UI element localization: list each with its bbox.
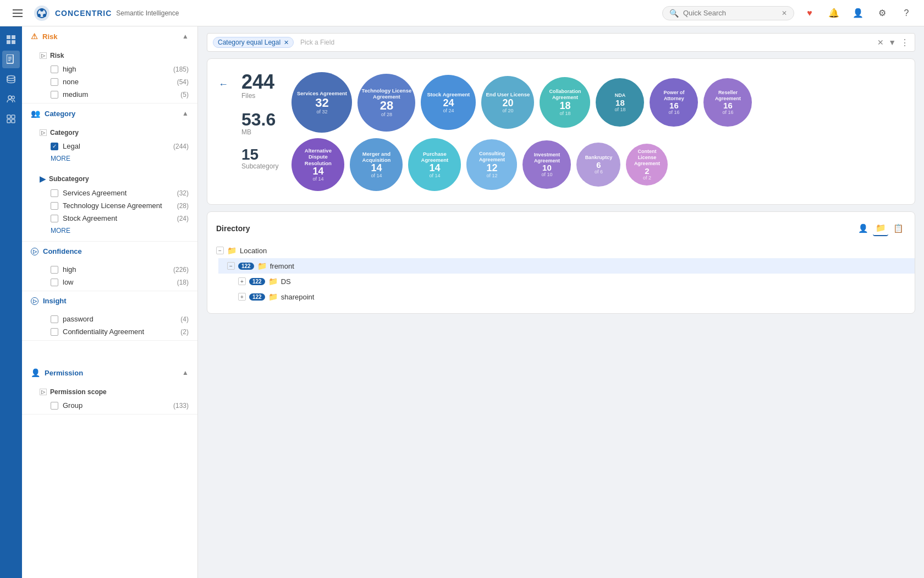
svg-rect-9: [12, 35, 15, 39]
help-button[interactable]: ?: [898, 4, 915, 22]
bubble-investment-agreement[interactable]: Investment Agreement 10 of 10: [522, 140, 571, 189]
search-icon: 🔍: [669, 9, 679, 18]
location-expand-icon[interactable]: −: [216, 247, 224, 254]
filter-bar-more-button[interactable]: ⋮: [900, 37, 909, 48]
filter-item-none[interactable]: none (54): [31, 75, 197, 88]
bubble-content-license[interactable]: Content License Agreement 2 of 2: [626, 144, 668, 186]
filter-bar-dropdown-button[interactable]: ▼: [888, 38, 896, 47]
favorites-button[interactable]: ♥: [801, 4, 818, 22]
confidence-low-checkbox[interactable]: [51, 279, 58, 286]
user-button[interactable]: 👤: [849, 4, 867, 22]
filter-item-medium[interactable]: medium (5): [31, 88, 197, 101]
location-label: Location: [240, 247, 267, 255]
sidebar-people-button[interactable]: [2, 90, 20, 108]
subcategory-more-button[interactable]: MORE: [31, 225, 197, 239]
permission-section-header[interactable]: 👤 Permission ▲: [22, 363, 197, 383]
filter-item-confidence-low[interactable]: low (18): [31, 276, 197, 288]
filter-item-high[interactable]: high (185): [31, 63, 197, 75]
fremont-row[interactable]: − 122 📁 fremont: [218, 258, 915, 274]
bubble-services-agreement[interactable]: Services Agreement 32 of 32: [292, 72, 352, 133]
copy-view-button[interactable]: 📋: [890, 221, 906, 236]
permission-chevron-icon: ▲: [182, 369, 189, 377]
back-button[interactable]: ←: [218, 79, 228, 90]
bubble-number-investment-agreement: 10: [542, 163, 552, 172]
sidebar-menu-button[interactable]: [2, 31, 20, 48]
confidence-section-header[interactable]: ▷ Confidence: [22, 242, 197, 261]
ds-expand-icon[interactable]: +: [238, 277, 246, 285]
hamburger-button[interactable]: [9, 4, 26, 22]
filter-item-password[interactable]: password (4): [31, 313, 197, 325]
insight-section-header[interactable]: ▷ Insight: [22, 291, 197, 310]
bubble-technology-license[interactable]: Technology License Agreement 28 of 28: [358, 74, 415, 132]
bubble-collaboration-agreement[interactable]: Collaboration Agreement 18 of 18: [540, 77, 590, 128]
confidence-section: ▷ Confidence high (226) low: [22, 242, 197, 291]
confidence-subsection: high (226) low (18): [22, 261, 197, 291]
clear-search-icon[interactable]: ✕: [782, 9, 787, 17]
bubble-consulting-agreement[interactable]: Consulting Agreement 12 of 12: [466, 139, 517, 190]
bubble-nda[interactable]: NDA 18 of 18: [596, 78, 644, 127]
sidebar-grid-button[interactable]: [2, 110, 20, 128]
bubble-label-content-license: Content License Agreement: [626, 149, 668, 166]
category-more-button[interactable]: MORE: [31, 152, 197, 167]
tech-license-checkbox[interactable]: [51, 202, 58, 210]
password-checkbox[interactable]: [51, 315, 58, 323]
location-row[interactable]: − 📁 Location: [207, 243, 915, 258]
notifications-button[interactable]: 🔔: [825, 4, 843, 22]
ds-row[interactable]: + 122 📁 DS: [229, 274, 915, 289]
sharepoint-folder-icon: 📁: [268, 292, 278, 301]
logo-icon: [33, 4, 51, 22]
filter-item-group[interactable]: Group (133): [31, 399, 197, 412]
filter-tag-legal: Category equal Legal ✕: [213, 37, 294, 48]
bubble-label-reseller-agreement: Reseller Agreement: [703, 90, 752, 102]
category-icon: 👥: [31, 109, 40, 118]
sharepoint-expand-icon[interactable]: +: [238, 293, 246, 301]
category-section-header[interactable]: 👥 Category ▲: [22, 103, 197, 123]
confidentiality-checkbox[interactable]: [51, 328, 58, 336]
bubble-number-power-of-attorney: 16: [669, 101, 679, 110]
mb-label: MB: [241, 128, 251, 136]
bubble-purchase-agreement[interactable]: Purchase Agreement 14 of 14: [408, 138, 461, 191]
group-checkbox[interactable]: [51, 402, 58, 410]
bubble-merger-acquisition[interactable]: Merger and Acquisition 14 of 14: [350, 138, 403, 191]
svg-rect-10: [7, 40, 10, 44]
filter-tag-close-button[interactable]: ✕: [284, 39, 289, 46]
filter-item-confidence-high[interactable]: high (226): [31, 263, 197, 276]
bubble-of-end-user-license: of 20: [502, 108, 513, 113]
sidebar-database-button[interactable]: [2, 70, 20, 88]
filter-bar-clear-button[interactable]: ✕: [877, 38, 884, 47]
filter-item-confidentiality[interactable]: Confidentiality Agreement (2): [31, 325, 197, 338]
bubble-end-user-license[interactable]: End User License 20 of 20: [481, 76, 534, 129]
sidebar-documents-button[interactable]: [2, 51, 20, 68]
legal-checkbox[interactable]: ✓: [51, 143, 58, 150]
icon-sidebar: [0, 26, 22, 578]
bubble-of-services-agreement: of 32: [316, 109, 327, 114]
bubble-alternative-dispute[interactable]: Alternative Dispute Resolution 14 of 14: [292, 138, 344, 191]
person-view-button[interactable]: 👤: [855, 221, 871, 236]
settings-button[interactable]: ⚙: [873, 4, 891, 22]
folder-view-button[interactable]: 📁: [873, 221, 888, 236]
services-agreement-checkbox[interactable]: [51, 189, 58, 197]
none-checkbox[interactable]: [51, 78, 58, 86]
stock-agreement-checkbox[interactable]: [51, 215, 58, 222]
pick-field-label: Pick a Field: [298, 39, 334, 46]
insight-section-title: ▷ Insight: [31, 297, 67, 305]
category-chevron-icon: ▲: [182, 110, 189, 117]
filter-item-services-agreement[interactable]: Services Agreement (32): [31, 187, 197, 199]
filter-item-legal[interactable]: ✓ Legal (244): [31, 140, 197, 152]
search-input[interactable]: [683, 9, 777, 17]
sharepoint-row[interactable]: + 122 📁 sharepoint: [229, 289, 915, 304]
files-count: 244: [241, 72, 274, 92]
bubble-power-of-attorney[interactable]: Power of Attorney 16 of 16: [650, 78, 698, 127]
fremont-expand-icon[interactable]: −: [227, 262, 235, 270]
filter-item-stock-agreement[interactable]: Stock Agreement (24): [31, 212, 197, 225]
bubble-bankruptcy[interactable]: Bankruptcy 6 of 6: [576, 143, 620, 187]
bubble-stock-agreement[interactable]: Stock Agreement 24 of 24: [421, 75, 476, 130]
filter-item-tech-license[interactable]: Technology License Agreement (28): [31, 199, 197, 212]
bubbles-rows: Services Agreement 32 of 32 Technology L…: [292, 72, 752, 191]
medium-checkbox[interactable]: [51, 91, 58, 99]
bubble-reseller-agreement[interactable]: Reseller Agreement 16 of 16: [703, 78, 752, 127]
high-checkbox[interactable]: [51, 66, 58, 73]
confidence-high-checkbox[interactable]: [51, 266, 58, 274]
svg-rect-0: [13, 9, 23, 10]
risk-section-header[interactable]: ⚠ Risk ▲: [22, 26, 197, 46]
